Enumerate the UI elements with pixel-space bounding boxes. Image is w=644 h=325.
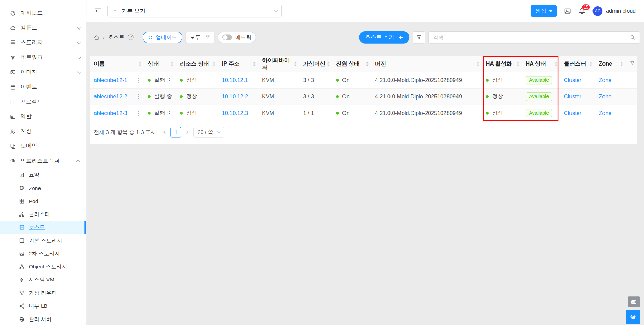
table-row: ablecube12-1⋮실행 중정상10.10.12.1KVM3 / 3On4…	[90, 72, 637, 88]
sidebar-item-label: 관리 서버	[29, 316, 52, 323]
sidebar-item-10[interactable]: 도메인	[0, 139, 86, 153]
menu-collapse-icon[interactable]	[94, 8, 101, 14]
toggle-switch[interactable]	[222, 34, 232, 40]
cluster-link[interactable]: Cluster	[564, 110, 581, 116]
sidebar-item-19[interactable]: Object 스토리지	[0, 260, 86, 273]
sidebar-item-15[interactable]: 클러스터	[0, 208, 86, 221]
sidebar-item-14[interactable]: Pod	[0, 195, 86, 208]
zone-link[interactable]: Zone	[599, 110, 611, 116]
column-header-3[interactable]: 리소스 상태	[177, 56, 218, 72]
column-header-12[interactable]: Zone	[596, 56, 626, 72]
sidebar-item-5[interactable]: 이미지	[0, 65, 86, 80]
current-page[interactable]: 1	[171, 127, 181, 137]
console-button[interactable]	[628, 296, 640, 307]
ha-enabled-cell: 정상	[486, 76, 503, 84]
hypervisor-cell: KVM	[262, 77, 274, 83]
next-page-button[interactable]: >	[184, 129, 190, 135]
cluster-link[interactable]: Cluster	[564, 77, 581, 83]
column-header-5[interactable]: 하이퍼바이저	[259, 56, 300, 72]
column-header-4[interactable]: IP 주소	[218, 56, 259, 72]
column-label: 리소스 상태	[180, 60, 209, 68]
column-label: 전원 상태	[336, 60, 360, 68]
event-icon	[10, 84, 16, 90]
notifications-button[interactable]: 15	[578, 7, 586, 15]
sidebar-item-8[interactable]: 역할	[0, 109, 86, 124]
sidebar-item-label: 역할	[21, 113, 32, 120]
zone-link[interactable]: Zone	[599, 93, 611, 100]
search-box	[428, 31, 640, 44]
row-more-icon[interactable]: ⋮	[136, 109, 142, 116]
metric-toggle[interactable]: 메트릭	[218, 32, 256, 43]
cluster-link[interactable]: Cluster	[564, 93, 581, 100]
sidebar-item-23[interactable]: 관리 서버	[0, 313, 86, 325]
column-header-8[interactable]: 버전	[372, 56, 483, 72]
sidebar-item-2[interactable]: 컴퓨트	[0, 21, 86, 35]
sidebar-item-12[interactable]: 요약	[0, 168, 86, 181]
top-bar: 기본 보기 생성 15 AC admin cloud	[86, 0, 644, 22]
search-icon[interactable]	[630, 34, 635, 40]
ip-address-link[interactable]: 10.10.12.2	[222, 93, 248, 100]
column-header-10[interactable]: HA 상태	[522, 56, 561, 72]
filter-button[interactable]	[413, 31, 425, 44]
column-header-7[interactable]: 전원 상태	[333, 56, 372, 72]
status-dot-icon	[336, 79, 339, 82]
sidebar-item-11[interactable]: 인프라스트럭쳐	[0, 153, 86, 168]
sidebar-item-9[interactable]: 계정	[0, 124, 86, 139]
create-button[interactable]: 생성	[531, 5, 557, 16]
page-size-select[interactable]: 20 / 쪽	[193, 127, 224, 137]
view-select[interactable]: 기본 보기	[107, 5, 282, 17]
sidebar-item-20[interactable]: 시스템 VM	[0, 273, 86, 286]
sidebar-item-label: Pod	[29, 198, 38, 204]
home-icon[interactable]	[94, 34, 100, 40]
status-cell: 실행 중	[148, 93, 172, 100]
row-more-icon[interactable]: ⋮	[136, 77, 142, 83]
resource-state-cell: 정상	[180, 109, 197, 117]
sidebar-item-1[interactable]: 대시보드	[0, 6, 86, 21]
add-host-button[interactable]: 호스트 추가	[359, 31, 409, 44]
host-name-link[interactable]: ablecube12-1	[94, 77, 127, 83]
sidebar-item-17[interactable]: 기본 스토리지	[0, 234, 86, 247]
project-icon	[10, 99, 16, 105]
zone-link[interactable]: Zone	[599, 77, 611, 83]
sidebar-item-21[interactable]: 가상 라우터	[0, 287, 86, 300]
sidebar-item-3[interactable]: 스토리지	[0, 35, 86, 50]
row-more-icon[interactable]: ⋮	[136, 93, 142, 100]
host-name-link[interactable]: ablecube12-2	[94, 93, 127, 100]
ip-address-link[interactable]: 10.10.12.1	[222, 77, 248, 83]
sidebar-item-7[interactable]: 프로젝트	[0, 94, 86, 109]
column-header-1[interactable]: 이름	[90, 56, 145, 72]
update-button[interactable]: 업데이트	[143, 32, 182, 43]
gallery-icon[interactable]	[564, 7, 572, 15]
sidebar-item-label: 클러스터	[29, 210, 50, 218]
user-menu[interactable]: AC admin cloud	[593, 6, 636, 16]
notification-badge: 15	[581, 4, 590, 10]
table-filter-header[interactable]	[626, 56, 637, 72]
chevron-down-icon	[77, 40, 81, 44]
ip-address-link[interactable]: 10.10.12.3	[222, 110, 248, 116]
sidebar-item-13[interactable]: Zone	[0, 182, 86, 195]
status-dot-icon	[180, 95, 183, 98]
sidebar-item-6[interactable]: 이벤트	[0, 80, 86, 94]
plus-icon	[398, 35, 404, 40]
sorter-icon	[253, 62, 256, 66]
sidebar-item-16[interactable]: 호스트	[0, 221, 86, 234]
settings-button[interactable]	[626, 310, 640, 324]
ha-state-badge: Available	[526, 108, 552, 117]
pagination-summary: 전체 3 개 항목 중 1-3 표시	[94, 128, 156, 136]
filter-select[interactable]: 모두	[186, 32, 215, 43]
summary-icon	[19, 172, 25, 178]
prev-page-button[interactable]: <	[162, 129, 167, 135]
host-name-link[interactable]: ablecube12-3	[94, 110, 127, 116]
sidebar-item-label: 가상 라우터	[29, 289, 57, 297]
sidebar-item-22[interactable]: 내부 LB	[0, 300, 86, 313]
column-header-2[interactable]: 상태	[145, 56, 177, 72]
search-input[interactable]	[433, 34, 626, 40]
column-header-6[interactable]: 가상머신	[300, 56, 333, 72]
column-header-11[interactable]: 클러스터	[561, 56, 596, 72]
sidebar-item-4[interactable]: 네트워크	[0, 50, 86, 65]
sidebar-item-18[interactable]: 2차 스토리지	[0, 247, 86, 260]
column-header-9[interactable]: HA 활성화	[483, 56, 522, 72]
help-icon[interactable]: ?	[128, 34, 134, 40]
sidebar-item-label: 내부 LB	[29, 302, 47, 310]
sorter-icon	[294, 62, 296, 66]
